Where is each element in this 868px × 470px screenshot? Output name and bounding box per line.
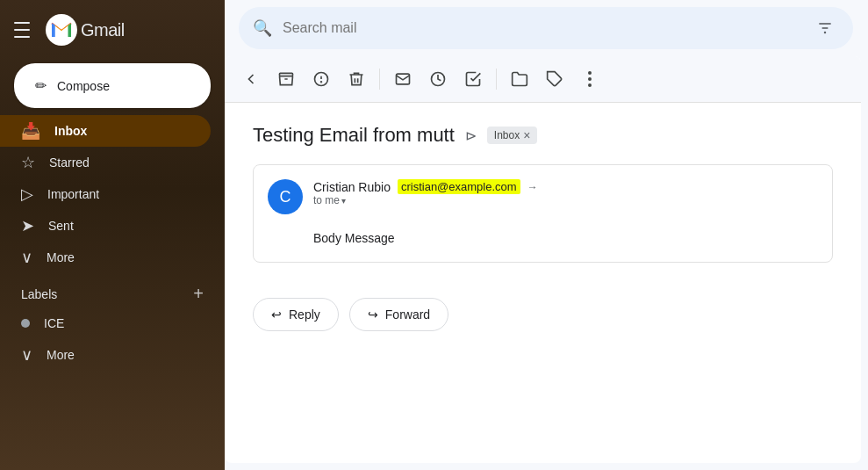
svg-point-11 xyxy=(588,77,592,81)
back-button[interactable] xyxy=(235,63,267,95)
svg-point-10 xyxy=(588,71,592,75)
main-area: 🔍 xyxy=(225,0,868,470)
email-subject-row: Testing Email from mutt ⊳ Inbox × xyxy=(253,124,833,147)
snooze-button[interactable] xyxy=(422,63,454,95)
important-icon: ▷ xyxy=(21,184,33,204)
toolbar-separator-2 xyxy=(496,69,497,90)
gmail-logo: Gmail xyxy=(46,14,125,46)
email-area: Testing Email from mutt ⊳ Inbox × C Cris… xyxy=(225,56,861,463)
labels-section: Labels + xyxy=(0,273,225,307)
label-button[interactable] xyxy=(539,63,570,95)
sender-name-row: Cristian Rubio cristian@example.com → xyxy=(313,179,818,194)
move-to-button[interactable] xyxy=(504,63,535,95)
chevron-down-icon: ∨ xyxy=(21,248,32,267)
email-body: Body Message xyxy=(313,225,818,248)
reply-section: ↩ Reply ↪ Forward xyxy=(253,284,833,345)
email-sender-row: C Cristian Rubio cristian@example.com → … xyxy=(268,179,818,214)
email-content: Testing Email from mutt ⊳ Inbox × C Cris… xyxy=(225,103,861,366)
sender-name: Cristian Rubio xyxy=(313,180,391,194)
reply-button[interactable]: ↩ Reply xyxy=(253,298,339,331)
sidebar-labels-more[interactable]: ∨ More xyxy=(0,339,211,371)
svg-point-6 xyxy=(321,82,322,83)
sidebar-item-sent[interactable]: ➤ Sent xyxy=(0,210,211,242)
sender-avatar: C xyxy=(268,179,303,214)
sender-arrow-icon: → xyxy=(527,181,538,193)
email-forward-indicator-icon: ⊳ xyxy=(465,127,477,144)
to-me-row[interactable]: to me ▾ xyxy=(313,194,818,206)
compose-pen-icon: ✏ xyxy=(35,77,47,94)
search-icon: 🔍 xyxy=(253,18,272,38)
mark-email-button[interactable] xyxy=(387,63,419,95)
sidebar: Gmail ✏ Compose 📥 Inbox ☆ Starred ▷ Impo… xyxy=(0,0,225,470)
sidebar-header: Gmail xyxy=(0,7,225,60)
reply-icon: ↩ xyxy=(271,307,282,322)
sidebar-nav: 📥 Inbox ☆ Starred ▷ Important ➤ Sent ∨ M… xyxy=(0,115,225,273)
inbox-icon: 📥 xyxy=(21,121,40,141)
star-icon: ☆ xyxy=(21,153,35,172)
email-subject: Testing Email from mutt xyxy=(253,124,455,147)
svg-rect-4 xyxy=(280,73,293,76)
more-actions-button[interactable] xyxy=(574,63,606,95)
search-input[interactable] xyxy=(283,20,800,36)
sidebar-item-ice[interactable]: ICE xyxy=(0,307,211,339)
add-task-button[interactable] xyxy=(457,63,489,95)
label-dot-icon xyxy=(21,319,30,328)
gmail-m-icon xyxy=(46,14,77,46)
compose-button[interactable]: ✏ Compose xyxy=(14,63,211,108)
sender-email: cristian@example.com xyxy=(398,179,520,194)
topbar: 🔍 xyxy=(225,0,868,56)
sidebar-item-starred[interactable]: ☆ Starred xyxy=(0,147,211,178)
to-me-chevron-icon: ▾ xyxy=(341,196,346,206)
search-filter-icon[interactable] xyxy=(811,14,839,42)
sidebar-item-more[interactable]: ∨ More xyxy=(0,242,211,273)
sent-icon: ➤ xyxy=(21,216,34,235)
svg-point-12 xyxy=(588,83,592,87)
sender-info: Cristian Rubio cristian@example.com → to… xyxy=(313,179,818,206)
toolbar-separator xyxy=(379,69,380,90)
chevron-down-icon-labels: ∨ xyxy=(21,345,32,365)
spam-button[interactable] xyxy=(305,63,337,95)
inbox-tag-remove-button[interactable]: × xyxy=(523,128,530,142)
labels-title: Labels xyxy=(21,287,57,301)
email-message: C Cristian Rubio cristian@example.com → … xyxy=(253,164,833,263)
menu-icon[interactable] xyxy=(14,19,35,40)
sidebar-item-important[interactable]: ▷ Important xyxy=(0,178,211,210)
delete-button[interactable] xyxy=(341,63,372,95)
forward-icon: ↪ xyxy=(368,307,378,322)
gmail-logo-text: Gmail xyxy=(81,20,125,40)
search-bar[interactable]: 🔍 xyxy=(239,7,853,49)
email-toolbar xyxy=(225,56,861,103)
labels-add-button[interactable]: + xyxy=(193,284,204,304)
inbox-tag: Inbox × xyxy=(487,127,538,144)
forward-button[interactable]: ↪ Forward xyxy=(349,298,448,331)
archive-button[interactable] xyxy=(270,63,302,95)
sidebar-item-inbox[interactable]: 📥 Inbox xyxy=(0,115,211,147)
